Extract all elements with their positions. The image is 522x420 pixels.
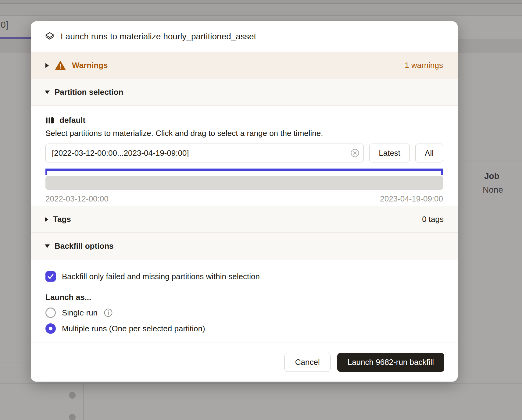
partition-range-controls: Latest All	[45, 144, 443, 162]
chevron-down-icon	[45, 244, 50, 248]
backdrop-job-label: Job	[484, 171, 499, 181]
launch-backfill-dialog: Launch runs to materialize hourly_partit…	[31, 21, 458, 382]
asset-layers-icon	[45, 32, 55, 41]
single-run-option[interactable]: Single run	[45, 308, 443, 318]
dimension-name: default	[59, 116, 85, 125]
backdrop-status-dot	[69, 392, 76, 399]
radio-unchecked-icon[interactable]	[45, 308, 56, 318]
backfill-options-toggle[interactable]: Backfill options	[31, 232, 458, 260]
backdrop-accent-line	[0, 37, 31, 39]
info-icon[interactable]	[104, 308, 113, 317]
backdrop-partition-text: 0]	[1, 20, 8, 30]
partition-selection-toggle[interactable]: Partition selection	[31, 79, 458, 105]
failed-missing-checkbox-row[interactable]: Backfill only failed and missing partiti…	[45, 271, 443, 282]
dimension-row: default	[45, 116, 443, 125]
dialog-title: Launch runs to materialize hourly_partit…	[61, 32, 256, 41]
backdrop-divider	[0, 35, 31, 35]
tags-count: 0 tags	[422, 215, 444, 224]
warning-triangle-icon	[55, 61, 66, 70]
backdrop-row-divider	[0, 362, 31, 362]
tags-title: Tags	[53, 215, 71, 224]
backdrop-top-bar	[0, 0, 522, 4]
partition-range-field	[45, 144, 364, 162]
tags-section-toggle[interactable]: Tags 0 tags	[31, 206, 458, 232]
warnings-count: 1 warnings	[405, 61, 443, 70]
backfill-options-title: Backfill options	[55, 241, 114, 251]
cancel-button[interactable]: Cancel	[284, 353, 331, 372]
latest-button[interactable]: Latest	[369, 144, 410, 162]
chevron-down-icon	[45, 91, 50, 94]
chevron-right-icon	[45, 217, 48, 222]
checkbox-label: Backfill only failed and missing partiti…	[62, 272, 260, 281]
partition-selection-title: Partition selection	[55, 87, 123, 97]
backdrop-header-band	[0, 4, 522, 16]
radio-checked-icon[interactable]	[45, 323, 56, 334]
single-run-label: Single run	[62, 308, 98, 318]
backdrop-status-dot	[69, 414, 76, 420]
dialog-footer: Cancel Launch 9682-run backfill	[31, 343, 458, 382]
multiple-runs-label: Multiple runs (One per selected partitio…	[62, 324, 205, 333]
backdrop-right-divider	[458, 161, 522, 161]
backfill-options-body: Backfill only failed and missing partiti…	[31, 260, 458, 343]
backdrop-row-divider	[0, 406, 83, 406]
chevron-right-icon	[45, 63, 49, 68]
launch-backfill-button[interactable]: Launch 9682-run backfill	[337, 353, 444, 372]
partition-range-input[interactable]	[45, 144, 364, 162]
backdrop-row-divider	[0, 383, 522, 384]
checkbox-checked-icon[interactable]	[45, 271, 56, 282]
backdrop-column-divider	[83, 383, 84, 420]
clear-input-icon[interactable]	[350, 148, 359, 158]
warnings-section-toggle[interactable]: Warnings 1 warnings	[31, 52, 458, 79]
partition-icon	[45, 116, 55, 125]
partition-timeline[interactable]	[45, 176, 443, 190]
launch-as-label: Launch as...	[45, 293, 443, 302]
timeline-end-label: 2023-04-19-09:00	[380, 194, 443, 204]
selection-range-bracket	[45, 169, 443, 175]
timeline-start-label: 2022-03-12-00:00	[45, 194, 109, 204]
partition-selection-body: default Select partitions to materialize…	[31, 105, 458, 206]
multiple-runs-option[interactable]: Multiple runs (One per selected partitio…	[45, 323, 443, 334]
warnings-label: Warnings	[72, 61, 399, 70]
dialog-header: Launch runs to materialize hourly_partit…	[31, 21, 458, 52]
all-button[interactable]: All	[415, 144, 443, 162]
backdrop-job-value: None	[483, 185, 503, 195]
timeline-labels: 2022-03-12-00:00 2023-04-19-09:00	[45, 194, 443, 204]
partition-selection-description: Select partitions to materialize. Click …	[45, 129, 443, 138]
